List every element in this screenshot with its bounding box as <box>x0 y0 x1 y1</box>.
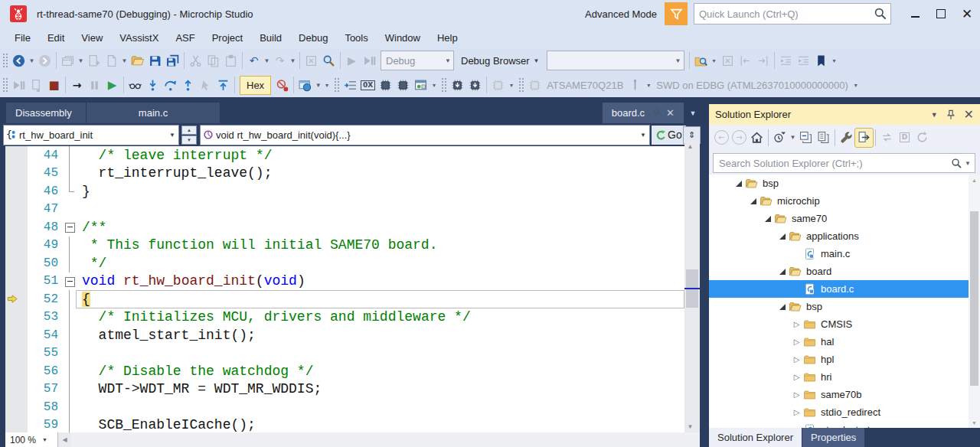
expand-arrow-icon[interactable]: ▷ <box>791 390 802 399</box>
continue-icon[interactable]: ▶ <box>103 76 121 94</box>
tree-item-same70b[interactable]: ▷same70b <box>709 386 980 403</box>
code-map-icon[interactable]: D <box>896 129 913 147</box>
run-to-breakpoint-icon[interactable] <box>361 51 378 70</box>
scroll-up-icon[interactable]: ▲ <box>684 140 696 152</box>
menu-help[interactable]: Help <box>429 29 466 47</box>
search-box[interactable]: ▼ <box>713 153 975 173</box>
set-next-statement-icon[interactable] <box>214 76 232 94</box>
close-tab-icon[interactable]: ✕ <box>666 108 675 118</box>
bookmark-icon[interactable] <box>812 51 830 70</box>
copy-icon[interactable] <box>204 51 222 70</box>
minimize-button[interactable] <box>902 2 928 25</box>
undo-dropdown[interactable]: ▼ <box>263 51 271 70</box>
menu-asf[interactable]: ASF <box>167 29 203 47</box>
menu-vassistx[interactable]: VAssistX <box>111 29 167 47</box>
debug-browser-target-combo[interactable]: ▼ <box>547 51 684 70</box>
selection-box-icon[interactable] <box>302 51 320 70</box>
pin-icon[interactable] <box>946 109 956 120</box>
debug-configuration-combo[interactable]: Debug ▼ <box>381 51 454 70</box>
show-all-files-icon[interactable] <box>815 129 832 147</box>
expand-arrow-icon[interactable]: ▷ <box>791 373 802 381</box>
tree-item-atmel-start-c[interactable]: atmel_start.c <box>709 421 980 428</box>
toolbar-options-icon[interactable]: ▾ <box>710 51 719 70</box>
tree-item-hpl[interactable]: ▷hpl <box>709 351 980 368</box>
editor-horizontal-scrollbar[interactable] <box>71 432 700 447</box>
run-to-cursor-icon[interactable] <box>197 76 214 94</box>
tree-item-bsp[interactable]: bsp <box>709 298 980 315</box>
quick-launch-input[interactable] <box>694 8 874 20</box>
redo-icon[interactable]: ↷ <box>271 51 289 70</box>
toolbar-options-icon[interactable]: ▾ <box>322 76 332 94</box>
tree-item-hal[interactable]: ▷hal <box>709 333 980 351</box>
code-editor[interactable]: 44 /* leave interrupt */45 rt_interrupt_… <box>0 146 684 432</box>
memory-view-icon[interactable] <box>394 76 412 94</box>
scroll-up-icon[interactable]: ▲ <box>969 175 980 185</box>
tree-item-same70[interactable]: same70 <box>709 210 980 227</box>
step-over-icon[interactable] <box>162 76 179 94</box>
menu-edit[interactable]: Edit <box>39 29 73 47</box>
shift-left-icon[interactable] <box>737 51 754 70</box>
quick-find-icon[interactable] <box>320 51 338 70</box>
tree-item-main-c[interactable]: main.c <box>709 245 980 263</box>
device-chip-icon[interactable] <box>526 76 544 94</box>
new-project-icon[interactable] <box>59 51 77 70</box>
navigate-backward-icon[interactable] <box>10 51 28 70</box>
disable-breakpoints-icon[interactable] <box>273 76 291 94</box>
navigate-backward-dropdown[interactable]: ▼ <box>28 51 36 70</box>
solution-search-input[interactable] <box>714 158 951 169</box>
tab-list-dropdown[interactable]: ▼ <box>684 103 701 123</box>
tree-item-board-c[interactable]: board.c <box>709 280 980 298</box>
step-out-icon[interactable] <box>179 76 197 94</box>
tab-board-c[interactable]: board.c ✕ <box>603 103 684 123</box>
editor-vertical-scrollbar[interactable]: ▲ ▼ <box>684 140 700 432</box>
navigate-forward-icon[interactable] <box>36 51 54 70</box>
save-icon[interactable] <box>146 51 164 70</box>
collapse-arrow-icon[interactable] <box>733 181 744 187</box>
menu-file[interactable]: File <box>6 29 39 47</box>
open-file-icon[interactable] <box>129 51 146 70</box>
debug-browser-dropdown[interactable]: Debug Browser ▼ <box>456 55 544 67</box>
tab-solution-explorer[interactable]: Solution Explorer <box>709 428 802 447</box>
member-spinner[interactable]: ▲▼ <box>181 126 197 145</box>
menu-view[interactable]: View <box>73 29 111 47</box>
restart-icon[interactable] <box>28 76 45 94</box>
pin-icon[interactable] <box>652 108 662 118</box>
quickwatch-icon[interactable] <box>126 76 144 94</box>
pause-icon[interactable] <box>86 76 103 94</box>
toolbar-options-icon[interactable]: ▾ <box>644 76 653 94</box>
new-project-dropdown[interactable]: ▼ <box>77 51 85 70</box>
scope-dropdown[interactable]: { rt_hw_board_init ▼ <box>3 125 179 145</box>
processor-view-icon[interactable] <box>377 76 394 94</box>
watch-window-dropdown[interactable]: ▼ <box>314 76 322 94</box>
scroll-down-icon[interactable]: ▼ <box>969 417 980 428</box>
toolbar-options-icon[interactable]: ▾ <box>851 76 861 94</box>
redo-dropdown[interactable]: ▼ <box>289 51 297 70</box>
start-debugging-icon[interactable]: ▶ <box>343 51 361 70</box>
outdent-icon[interactable] <box>795 51 812 70</box>
tree-item-stdio-redirect[interactable]: ▷stdio_redirect <box>709 403 980 421</box>
collapse-all-icon[interactable] <box>797 129 815 147</box>
scroll-left-icon[interactable]: ◀ <box>58 432 71 447</box>
search-options-dropdown-icon[interactable]: ▼ <box>965 160 971 167</box>
mode-filter-button[interactable] <box>665 2 688 25</box>
find-in-files-icon[interactable] <box>692 51 710 70</box>
window-position-dropdown-icon[interactable]: ▼ <box>931 111 938 119</box>
filter-dropdown[interactable]: ▼ <box>789 129 797 147</box>
tree-item-board[interactable]: board <box>709 263 980 280</box>
io-view-icon[interactable] <box>412 76 430 94</box>
collapse-arrow-icon[interactable] <box>747 198 759 204</box>
tab-disassembly[interactable]: Disassembly <box>6 103 86 123</box>
scrollbar-thumb[interactable] <box>970 211 978 386</box>
sync-active-document-icon[interactable] <box>878 129 896 147</box>
call-stack-icon[interactable] <box>341 76 359 94</box>
preview-selected-icon[interactable] <box>855 129 873 147</box>
fold-collapse-icon[interactable] <box>64 218 76 237</box>
collapse-arrow-icon[interactable] <box>776 269 788 275</box>
new-file-dropdown[interactable]: ▼ <box>120 51 129 70</box>
home-icon[interactable] <box>748 129 766 147</box>
editor-zoom-dropdown[interactable]: 100 % ▼ <box>5 432 58 447</box>
tab-main-c[interactable]: main.c <box>87 103 220 123</box>
tree-item-hri[interactable]: ▷hri <box>709 368 980 386</box>
tree-item-applications[interactable]: applications <box>709 227 980 245</box>
whitespace-icon[interactable] <box>719 51 737 70</box>
